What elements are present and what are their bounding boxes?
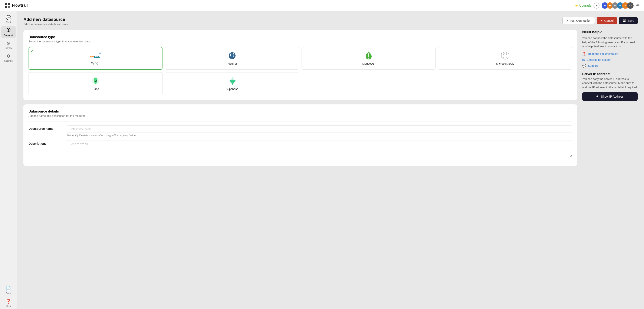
svg-rect-2 — [5, 6, 7, 8]
turso-label: Turso — [92, 87, 99, 91]
show-ip-button[interactable]: 👁 Show IP Address — [582, 92, 638, 101]
sidebar-item-help[interactable]: ❓ Help — [1, 297, 16, 309]
svg-rect-1 — [8, 3, 10, 5]
page-header: Add new datasource Edit the datasource d… — [24, 17, 638, 26]
svg-text:My: My — [90, 55, 94, 58]
svg-text:SQL: SQL — [94, 55, 100, 58]
x-icon: ✕ — [600, 19, 603, 22]
eye-icon: 👁 — [596, 95, 599, 98]
docs-icon: 📄 — [6, 286, 11, 291]
library-icon: ⊙ — [6, 41, 10, 46]
avatars-row: H H M B J +3 — [602, 2, 634, 9]
mongodb-icon — [365, 51, 372, 60]
mongodb-label: MongoDB — [362, 62, 375, 65]
logo: Flowtrail — [4, 3, 28, 9]
navbar-right: ⚡ Upgrade + H H M B J +3 HA — [574, 2, 640, 9]
save-button[interactable]: 💾 Save — [619, 17, 638, 24]
help-link-email[interactable]: ✉ Email us for support — [582, 58, 638, 62]
help-panel: Need help? You can connect the datasourc… — [582, 30, 638, 166]
ds-tile-turso[interactable]: Turso — [28, 72, 162, 95]
add-button[interactable]: + — [594, 3, 600, 9]
mysql-label: MySQL — [91, 62, 100, 65]
user-initials: HA — [636, 4, 640, 7]
datasource-name-input[interactable] — [67, 125, 572, 133]
supabase-icon — [228, 77, 236, 85]
sidebar-item-settings[interactable]: ⚙ Settings — [1, 52, 16, 64]
datasource-type-subtitle: Select the datasource type that you want… — [28, 40, 572, 43]
check-icon: ✓ — [566, 19, 568, 22]
mssql-label: Microsoft SQL — [496, 62, 514, 65]
form-row-description: Description: — [28, 140, 572, 157]
page-title: Add new datasource — [24, 17, 69, 22]
chat-icon: 💬 — [6, 15, 11, 20]
form-row-name: Datasource name: To identify the datasou… — [28, 125, 572, 137]
content-left: Datasource type Select the datasource ty… — [24, 30, 577, 166]
postgres-icon — [228, 51, 236, 60]
sidebar-item-docs[interactable]: 📄 Docs — [1, 284, 16, 296]
svg-rect-0 — [5, 3, 7, 5]
name-hint: To identify the datasources when using e… — [67, 134, 572, 137]
server-ip-title: Server IP address: — [582, 72, 638, 76]
content-row: Datasource type Select the datasource ty… — [24, 30, 638, 166]
help-icon: ❓ — [6, 299, 11, 304]
datasource-details-subtitle: Add the name and description for the res… — [28, 114, 572, 117]
description-input[interactable] — [67, 140, 572, 157]
connect-icon — [6, 28, 11, 33]
datasource-type-section: Datasource type Select the datasource ty… — [24, 30, 577, 100]
header-actions: ✓ Test Connection ✕ Cancel 💾 Save — [562, 17, 638, 24]
email-icon: ✉ — [582, 58, 585, 62]
navbar: Flowtrail ⚡ Upgrade + H H M B J +3 HA — [0, 0, 644, 11]
avatar-count[interactable]: +3 — [627, 2, 634, 9]
sidebar-item-library[interactable]: ⊙ Library — [1, 39, 16, 51]
datasource-type-title: Datasource type — [28, 35, 572, 39]
datasource-type-grid: ✓ My SQL MySQL — [28, 47, 572, 95]
ds-tile-mysql[interactable]: ✓ My SQL MySQL — [28, 47, 162, 70]
chat-support-icon: 💬 — [582, 64, 586, 68]
main-content: Add new datasource Edit the datasource d… — [17, 11, 644, 309]
description-field — [67, 140, 572, 157]
datasource-details-title: Datasource details — [28, 110, 572, 113]
name-field: To identify the datasources when using e… — [67, 125, 572, 137]
name-label: Datasource name: — [28, 125, 62, 130]
logo-icon — [4, 3, 10, 9]
description-label: Description: — [28, 140, 62, 145]
selected-check-icon: ✓ — [31, 49, 34, 53]
mssql-icon — [501, 51, 510, 60]
supabase-label: Supabase — [226, 87, 238, 91]
datasource-details-section: Datasource details Add the name and desc… — [24, 104, 577, 166]
server-ip-text: You can copy the server IP address to co… — [582, 77, 638, 90]
ds-tile-postgres[interactable]: Postgres — [165, 47, 299, 70]
sidebar-item-chat[interactable]: 💬 Chat — [1, 13, 16, 25]
sidebar-item-connect[interactable]: Connect — [1, 26, 16, 38]
help-link-support[interactable]: 💬 Support — [582, 64, 638, 68]
save-icon: 💾 — [622, 19, 626, 22]
svg-rect-3 — [8, 6, 10, 8]
svg-line-13 — [501, 54, 505, 55]
ds-tile-mongodb[interactable]: MongoDB — [302, 47, 436, 70]
upgrade-icon: ⚡ — [574, 4, 578, 7]
svg-line-14 — [505, 54, 509, 55]
page-title-area: Add new datasource Edit the datasource d… — [24, 17, 69, 26]
cancel-button[interactable]: ✕ Cancel — [597, 17, 617, 24]
mysql-icon: My SQL — [90, 52, 102, 60]
upgrade-button[interactable]: ⚡ Upgrade — [574, 4, 592, 7]
help-title: Need help? — [582, 30, 638, 34]
help-text: You can connect the datasource with the … — [582, 36, 638, 49]
settings-icon: ⚙ — [6, 54, 10, 59]
question-circle-icon: ❓ — [582, 52, 586, 56]
help-link-docs[interactable]: ❓ Read the documentation — [582, 52, 638, 56]
page-subtitle: Edit the datasource details and save. — [24, 23, 69, 26]
sidebar: 💬 Chat Connect ⊙ Library ⚙ Settings 📄 Do… — [0, 11, 17, 309]
turso-icon — [91, 77, 100, 85]
server-ip-section: Server IP address: You can copy the serv… — [582, 72, 638, 101]
ds-tile-supabase[interactable]: Supabase — [165, 72, 299, 95]
postgres-label: Postgres — [226, 62, 238, 65]
ds-tile-mssql[interactable]: Microsoft SQL — [438, 47, 572, 70]
test-connection-button[interactable]: ✓ Test Connection — [562, 17, 595, 24]
